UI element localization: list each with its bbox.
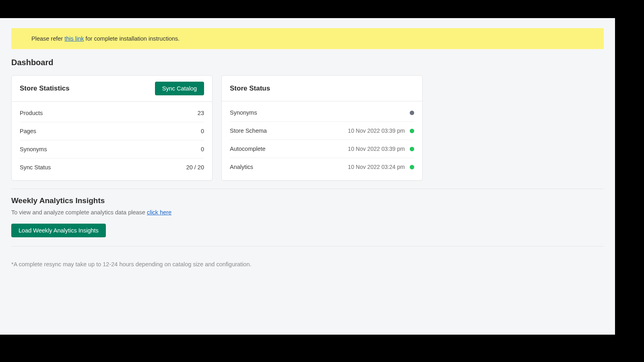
store-status-title: Store Status bbox=[230, 84, 270, 93]
analytics-click-here-link[interactable]: click here bbox=[147, 209, 171, 216]
analytics-sub-prefix: To view and analyze complete analytics d… bbox=[11, 209, 147, 216]
analytics-subtext: To view and analyze complete analytics d… bbox=[11, 209, 604, 216]
stat-value: 0 bbox=[201, 146, 204, 152]
section-divider bbox=[11, 189, 604, 189]
status-time: 10 Nov 2022 03:39 pm bbox=[348, 146, 405, 152]
status-label: Synonyms bbox=[230, 109, 257, 116]
stat-label: Synonyms bbox=[20, 146, 47, 152]
stat-value: 23 bbox=[198, 110, 204, 116]
status-dot-icon bbox=[410, 129, 414, 133]
content-area: Please refer this link for complete inst… bbox=[0, 18, 615, 267]
status-label: Analytics bbox=[230, 164, 253, 170]
stat-row: Synonyms 0 bbox=[20, 140, 204, 158]
stat-label: Pages bbox=[20, 128, 36, 134]
store-statistics-body: Products 23 Pages 0 Synonyms 0 Sync Stat… bbox=[12, 102, 212, 180]
store-statistics-header: Store Statistics Sync Catalog bbox=[12, 76, 212, 102]
stat-label: Products bbox=[20, 110, 43, 116]
store-status-card: Store Status Synonyms Store Schema 10 No… bbox=[221, 75, 423, 181]
stat-row: Pages 0 bbox=[20, 122, 204, 140]
app-viewport: Please refer this link for complete inst… bbox=[0, 18, 615, 335]
stat-row: Products 23 bbox=[20, 104, 204, 122]
alert-prefix-text: Please refer bbox=[31, 35, 64, 42]
status-row: Analytics 10 Nov 2022 03:24 pm bbox=[230, 158, 414, 176]
status-right bbox=[405, 111, 414, 115]
stat-value: 0 bbox=[201, 128, 204, 134]
status-label: Autocomplete bbox=[230, 146, 266, 152]
status-dot-icon bbox=[410, 165, 414, 169]
status-dot-icon bbox=[410, 111, 414, 115]
status-row: Autocomplete 10 Nov 2022 03:39 pm bbox=[230, 140, 414, 158]
status-right: 10 Nov 2022 03:24 pm bbox=[348, 164, 414, 170]
status-right: 10 Nov 2022 03:39 pm bbox=[348, 128, 414, 134]
install-alert-banner: Please refer this link for complete inst… bbox=[11, 28, 604, 49]
status-row: Synonyms bbox=[230, 104, 414, 122]
section-divider bbox=[11, 246, 604, 247]
analytics-section-title: Weekly Analytics Insights bbox=[11, 196, 604, 205]
store-status-body: Synonyms Store Schema 10 Nov 2022 03:39 … bbox=[222, 101, 422, 180]
status-right: 10 Nov 2022 03:39 pm bbox=[348, 146, 414, 152]
status-time: 10 Nov 2022 03:24 pm bbox=[348, 164, 405, 170]
status-label: Store Schema bbox=[230, 128, 267, 134]
alert-install-link[interactable]: this link bbox=[64, 35, 84, 42]
status-dot-icon bbox=[410, 147, 414, 151]
load-weekly-analytics-button[interactable]: Load Weekly Analytics Insights bbox=[11, 224, 106, 237]
cards-row: Store Statistics Sync Catalog Products 2… bbox=[11, 75, 604, 181]
footnote-text: *A complete resync may take up to 12-24 … bbox=[11, 254, 604, 267]
stat-label: Sync Status bbox=[20, 164, 51, 171]
alert-suffix-text: for complete installation instructions. bbox=[84, 35, 180, 42]
status-row: Store Schema 10 Nov 2022 03:39 pm bbox=[230, 122, 414, 140]
store-statistics-card: Store Statistics Sync Catalog Products 2… bbox=[11, 75, 213, 181]
stat-value: 20 / 20 bbox=[186, 164, 204, 171]
load-button-wrap: Load Weekly Analytics Insights bbox=[11, 224, 604, 237]
store-status-header: Store Status bbox=[222, 76, 422, 101]
stat-row: Sync Status 20 / 20 bbox=[20, 158, 204, 176]
sync-catalog-button[interactable]: Sync Catalog bbox=[155, 82, 204, 95]
page-title: Dashboard bbox=[11, 58, 604, 67]
store-statistics-title: Store Statistics bbox=[20, 84, 70, 93]
status-time: 10 Nov 2022 03:39 pm bbox=[348, 128, 405, 134]
